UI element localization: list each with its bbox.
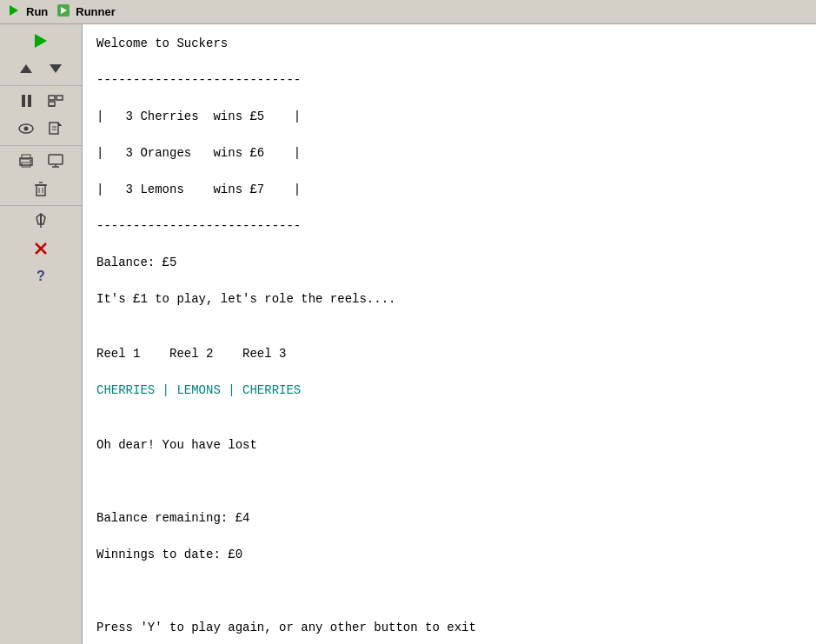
- svg-rect-18: [49, 155, 63, 164]
- svg-rect-21: [36, 185, 45, 196]
- svg-point-8: [24, 127, 29, 131]
- console-output: Welcome to Suckers ---------------------…: [83, 24, 816, 644]
- sidebar-divider-2: [0, 145, 82, 146]
- arrow-down-button[interactable]: [42, 56, 70, 81]
- monitor-button[interactable]: [42, 149, 70, 173]
- arrow-up-button[interactable]: [12, 56, 40, 81]
- help-button[interactable]: ?: [27, 264, 55, 289]
- pause-button[interactable]: [12, 89, 40, 113]
- svg-rect-4: [56, 96, 63, 100]
- line-lemons: | 3 Lemons wins £7 |: [96, 183, 301, 196]
- line-balance1: Balance: £5: [96, 256, 176, 269]
- line-div2: ----------------------------: [96, 219, 301, 233]
- title-bar: Run Runner: [0, 0, 816, 24]
- line-reel-result1: CHERRIES | LEMONS | CHERRIES: [96, 383, 301, 397]
- run-icon: [7, 3, 21, 21]
- line-play-msg: It's £1 to play, let's role the reels...…: [96, 292, 395, 306]
- console-text: Welcome to Suckers ---------------------…: [96, 35, 802, 644]
- sidebar-divider-1: [0, 85, 82, 86]
- line-reel-header1: Reel 1 Reel 2 Reel 3: [96, 347, 286, 361]
- svg-rect-9: [50, 123, 58, 134]
- line-div1: ----------------------------: [96, 73, 301, 87]
- title-run-label: Run: [26, 5, 48, 18]
- line-oranges: | 3 Oranges wins £6 |: [96, 146, 301, 160]
- trash-button[interactable]: [27, 176, 55, 201]
- eye-button[interactable]: [12, 116, 40, 141]
- switch-button[interactable]: [42, 89, 70, 113]
- close-button[interactable]: [27, 236, 55, 261]
- title-runner-label: Runner: [76, 5, 116, 18]
- svg-marker-0: [10, 5, 18, 16]
- svg-point-17: [30, 160, 31, 162]
- pin-button[interactable]: [27, 209, 55, 233]
- export-button[interactable]: [42, 116, 70, 141]
- line-balance-rem1: Balance remaining: £4: [96, 511, 249, 525]
- line-play-again: Press 'Y' to play again, or any other bu…: [96, 621, 476, 634]
- sidebar-divider-3: [0, 205, 82, 206]
- line-lost-msg: Oh dear! You have lost: [96, 438, 257, 452]
- run-button[interactable]: [27, 29, 55, 53]
- sidebar: ?: [0, 24, 83, 644]
- line-winnings1: Winnings to date: £0: [96, 548, 242, 561]
- svg-rect-3: [49, 96, 55, 100]
- print-button[interactable]: [12, 149, 40, 173]
- line-cherries: | 3 Cherries wins £5 |: [96, 110, 301, 123]
- runner-icon: [56, 3, 70, 21]
- line-welcome: Welcome to Suckers: [96, 37, 228, 50]
